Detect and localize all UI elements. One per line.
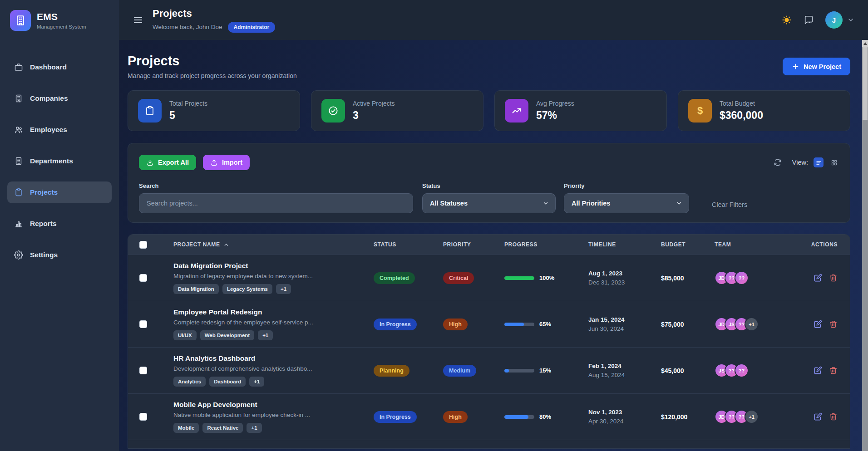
trash-icon[interactable] [829, 412, 838, 421]
project-name: HR Analytics Dashboard [173, 354, 374, 363]
priority-badge: High [443, 411, 468, 423]
column-header-label: TIMELINE [588, 241, 616, 248]
progress-value: 65% [539, 321, 551, 328]
app-name: EMS [37, 11, 86, 22]
row-checkbox[interactable] [139, 367, 147, 374]
row-checkbox[interactable] [139, 320, 147, 328]
stat-label: Total Projects [169, 100, 207, 107]
project-tag: Dashboard [209, 377, 246, 387]
clipboard-icon [138, 99, 162, 123]
status-select[interactable]: All Statuses [422, 193, 556, 213]
hamburger-menu-icon[interactable] [133, 15, 143, 25]
budget-value: $75,000 [661, 321, 715, 328]
column-header-project-name[interactable]: PROJECT NAME [173, 241, 374, 248]
sidebar-item-label: Dashboard [30, 63, 67, 71]
user-menu[interactable]: J [825, 11, 854, 29]
sidebar-item-projects[interactable]: Projects [7, 181, 112, 203]
clear-filters-button[interactable]: Clear Filters [712, 201, 747, 208]
team-avatars: JD???? [715, 271, 811, 285]
table-row[interactable]: HR Analytics DashboardDevelopment of com… [128, 347, 850, 393]
refresh-icon[interactable] [773, 158, 782, 167]
column-header-team[interactable]: TEAM [715, 241, 811, 248]
sidebar-item-settings[interactable]: Settings [7, 244, 112, 266]
status-label: Status [422, 182, 556, 189]
sidebar-item-departments[interactable]: Departments [7, 150, 112, 172]
table-row[interactable]: Employee Portal RedesignComplete redesig… [128, 301, 850, 347]
edit-icon[interactable] [814, 274, 822, 282]
chevron-down-icon [847, 16, 854, 24]
priority-select[interactable]: All Priorities [564, 193, 689, 213]
timeline-end: Jun 30, 2024 [588, 325, 661, 332]
sidebar-item-employees[interactable]: Employees [7, 119, 112, 141]
row-checkbox[interactable] [139, 274, 147, 282]
clipboard-icon [14, 188, 23, 197]
new-project-button[interactable]: New Project [783, 58, 850, 75]
stats-row: Total Projects5Active Projects3Avg Progr… [128, 90, 850, 131]
row-checkbox[interactable] [139, 413, 147, 421]
briefcase-icon [14, 63, 23, 72]
stat-label: Total Budget [720, 100, 763, 107]
dollar-icon: $ [688, 99, 712, 123]
project-tag: React Native [202, 423, 243, 433]
message-icon[interactable] [804, 15, 814, 25]
scroll-up-button[interactable] [862, 40, 868, 47]
column-header-label: ACTIONS [811, 241, 838, 248]
column-header-status[interactable]: STATUS [374, 241, 443, 248]
trash-icon[interactable] [829, 320, 838, 328]
column-header-label: PROGRESS [504, 241, 538, 248]
grid-view-button[interactable] [829, 157, 839, 167]
edit-icon[interactable] [814, 366, 822, 375]
team-avatar: ?? [735, 363, 749, 377]
trash-icon[interactable] [829, 274, 838, 282]
project-description: Migration of legacy employee data to new… [173, 273, 374, 279]
app-tagline: Management System [37, 24, 86, 29]
table-row[interactable]: Data Migration ProjectMigration of legac… [128, 255, 850, 301]
trash-icon[interactable] [829, 366, 838, 375]
sidebar-item-dashboard[interactable]: Dashboard [7, 56, 112, 78]
column-header-priority[interactable]: PRIORITY [443, 241, 504, 248]
export-all-button[interactable]: Export All [139, 155, 196, 170]
team-avatars: JS???? [715, 363, 811, 377]
sidebar-item-label: Reports [30, 220, 57, 228]
import-button[interactable]: Import [203, 155, 250, 170]
progress-bar [504, 369, 534, 373]
progress-bar [504, 276, 534, 280]
column-header-label: PROJECT NAME [173, 241, 220, 248]
team-overflow-badge: +1 [745, 410, 759, 424]
budget-value: $85,000 [661, 275, 715, 282]
timeline-end: Dec 31, 2023 [588, 279, 661, 286]
column-header-label: PRIORITY [443, 241, 471, 248]
building-icon [14, 157, 23, 166]
column-header-progress[interactable]: PROGRESS [504, 241, 588, 248]
page-subtitle: Manage and track project progress across… [128, 72, 297, 79]
welcome-text: Welcome back, John Doe [153, 24, 222, 30]
sidebar-item-companies[interactable]: Companies [7, 88, 112, 109]
avatar[interactable]: J [825, 11, 843, 29]
scrollbar-thumb[interactable] [863, 47, 868, 120]
column-header-timeline[interactable]: TIMELINE [588, 241, 661, 248]
column-header-label: BUDGET [661, 241, 686, 248]
stat-value: 3 [353, 109, 395, 122]
trending-up-icon [505, 99, 528, 123]
project-tag: +1 [258, 330, 273, 340]
table-header-row: PROJECT NAMESTATUSPRIORITYPROGRESSTIMELI… [128, 235, 850, 255]
team-overflow-badge: +1 [745, 317, 759, 331]
progress-value: 15% [539, 367, 551, 374]
timeline-end: Aug 15, 2024 [588, 372, 661, 378]
search-input[interactable] [139, 193, 413, 213]
select-all-checkbox[interactable] [139, 241, 147, 249]
stat-label: Active Projects [353, 100, 395, 107]
sidebar-item-reports[interactable]: Reports [7, 213, 112, 235]
edit-icon[interactable] [814, 320, 822, 328]
column-header-label: STATUS [374, 241, 396, 248]
list-view-button[interactable] [814, 157, 824, 167]
progress-cell: 80% [504, 413, 588, 420]
project-description: Complete redesign of the employee self-s… [173, 319, 374, 326]
project-tag: UI/UX [173, 330, 197, 340]
column-header-actions[interactable]: ACTIONS [811, 241, 850, 248]
timeline-end: Apr 30, 2024 [588, 418, 661, 425]
edit-icon[interactable] [814, 412, 822, 421]
table-row[interactable]: Mobile App DevelopmentNative mobile appl… [128, 393, 850, 440]
theme-toggle-sun-icon[interactable] [782, 15, 792, 25]
column-header-budget[interactable]: BUDGET [661, 241, 715, 248]
